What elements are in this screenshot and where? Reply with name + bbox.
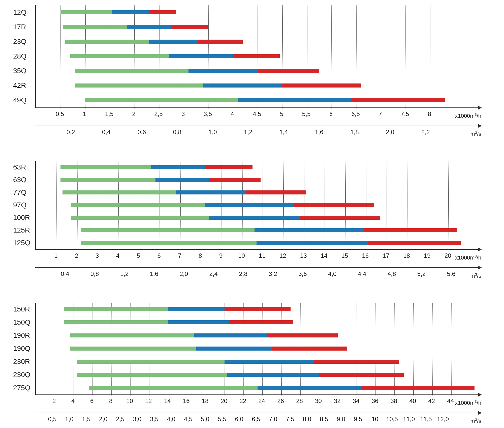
axis-tick: 2,5 xyxy=(116,416,124,423)
axis-tick: 4,0 xyxy=(328,270,336,277)
bar-row: 17R xyxy=(36,20,479,34)
axis-tick: 7 xyxy=(178,252,181,259)
bar-segment-blue xyxy=(188,69,258,73)
axis-unit-primary: x1000m3/h xyxy=(455,254,481,261)
bar-segment-blue xyxy=(196,347,272,351)
bar-segment-green xyxy=(70,54,169,58)
axis-tick: 20 xyxy=(445,252,451,259)
axis-tick: 18 xyxy=(202,397,209,405)
axis-tick: 8,0 xyxy=(303,416,311,423)
plot-area: 63R63Q77Q97Q100R125R125Q xyxy=(35,161,479,249)
bar-segment-blue xyxy=(149,40,199,44)
bar-row: 42R xyxy=(36,78,479,93)
axis-tick: 1,2 xyxy=(244,129,252,136)
axis-tick: 38 xyxy=(391,397,397,405)
row-label: 275Q xyxy=(11,384,33,392)
bar-row: 150R xyxy=(36,303,479,316)
axis-tick: 15 xyxy=(341,252,348,259)
axis-tick: 3 xyxy=(181,110,185,118)
bar-segment-blue xyxy=(227,373,319,377)
bar-segment-blue xyxy=(176,190,246,194)
axis-tick: 5,0 xyxy=(201,416,209,423)
arrow-right-icon xyxy=(478,248,482,251)
bar-segment-blue xyxy=(205,203,294,207)
axis-tick: 6,5 xyxy=(252,416,260,423)
x-axis-primary: 0,511,522,533,544,555,566,577,58x1000m3/… xyxy=(35,107,479,123)
bar-row: 230Q xyxy=(36,368,479,381)
axis-tick: 18 xyxy=(403,252,410,259)
axis-unit-primary: x1000m3/h xyxy=(455,400,481,406)
axis-tick: 3,6 xyxy=(298,270,307,277)
row-label: 63R xyxy=(11,163,33,171)
axis-tick: 11 xyxy=(259,252,266,259)
axis-tick: 7,5 xyxy=(286,416,294,423)
bar-segment-green xyxy=(85,98,238,102)
axis-tick: 6 xyxy=(157,252,161,259)
axis-tick: 3,5 xyxy=(204,110,212,118)
axis-tick: 0,4 xyxy=(61,270,69,277)
axis-tick: 0,5 xyxy=(56,110,64,118)
axis-tick: 2,8 xyxy=(239,270,247,277)
axis-tick: 42 xyxy=(428,397,435,405)
bar-segment-red xyxy=(149,10,176,14)
axis-tick: 14 xyxy=(321,252,328,259)
axis-tick: 19 xyxy=(424,252,431,259)
axis-tick: 44 xyxy=(447,397,454,405)
axis-tick: 10 xyxy=(238,252,245,259)
axis-tick: 2,4 xyxy=(209,270,218,277)
bar-row: 12Q xyxy=(36,5,479,20)
axis-tick: 10 xyxy=(372,416,379,423)
bar-segment-red xyxy=(258,69,319,73)
axis-tick: 5,5 xyxy=(218,416,226,423)
bar-segment-red xyxy=(351,98,445,102)
axis-tick: 1,5 xyxy=(82,416,90,423)
row-label: 17R xyxy=(11,23,33,31)
arrow-right-icon xyxy=(478,124,482,128)
bar-row: 63Q xyxy=(36,174,479,186)
bar-row: 190R xyxy=(36,329,479,342)
chart-panel-1: 63R63Q77Q97Q100R125R125Q1234567891011121… xyxy=(10,161,494,282)
bar-segment-red xyxy=(246,190,306,194)
axis-tick: 4,5 xyxy=(253,110,261,118)
chart-panel-2: 150R150Q190R190Q230R230Q275Q246810121416… xyxy=(10,303,494,428)
bar-segment-blue xyxy=(168,320,229,324)
bar-segment-blue xyxy=(155,178,209,182)
axis-tick: 6 xyxy=(90,397,93,405)
axis-tick: 1,6 xyxy=(315,129,323,136)
bar-segment-red xyxy=(267,333,338,337)
axis-tick: 0,8 xyxy=(90,270,99,277)
axis-tick: 0,8 xyxy=(173,129,181,136)
bar-segment-red xyxy=(319,373,404,377)
bar-segment-green xyxy=(77,360,225,364)
bar-segment-red xyxy=(233,54,280,58)
bar-row: 100R xyxy=(36,211,479,224)
axis-tick: 13 xyxy=(300,252,307,259)
bar-segment-blue xyxy=(255,228,364,232)
bar-segment-green xyxy=(65,40,149,44)
arrow-right-icon xyxy=(478,266,482,269)
bar-segment-red xyxy=(229,320,294,324)
bar-segment-green xyxy=(71,203,205,207)
axis-tick: 1,4 xyxy=(279,129,288,136)
row-label: 150Q xyxy=(11,318,33,326)
axis-tick: 34 xyxy=(353,397,360,405)
bar-segment-green xyxy=(62,190,176,194)
bar-segment-blue xyxy=(151,165,205,169)
axis-tick: 1,2 xyxy=(120,270,129,277)
bar-segment-blue xyxy=(225,360,314,364)
bar-segment-blue xyxy=(257,241,368,245)
bar-segment-green xyxy=(89,386,258,390)
bar-segment-green xyxy=(63,25,127,29)
bar-segment-red xyxy=(205,165,252,169)
axis-tick: 6 xyxy=(329,110,333,118)
arrow-right-icon xyxy=(478,106,482,109)
bar-segment-red xyxy=(198,40,243,44)
axis-tick: 16 xyxy=(362,252,369,259)
bar-segment-red xyxy=(368,241,461,245)
row-label: 125Q xyxy=(11,239,33,247)
row-label: 12Q xyxy=(11,8,33,16)
row-label: 230Q xyxy=(11,371,33,379)
bar-segment-red xyxy=(361,386,475,390)
axis-tick: 4,0 xyxy=(167,416,175,423)
bar-segment-green xyxy=(64,320,168,324)
